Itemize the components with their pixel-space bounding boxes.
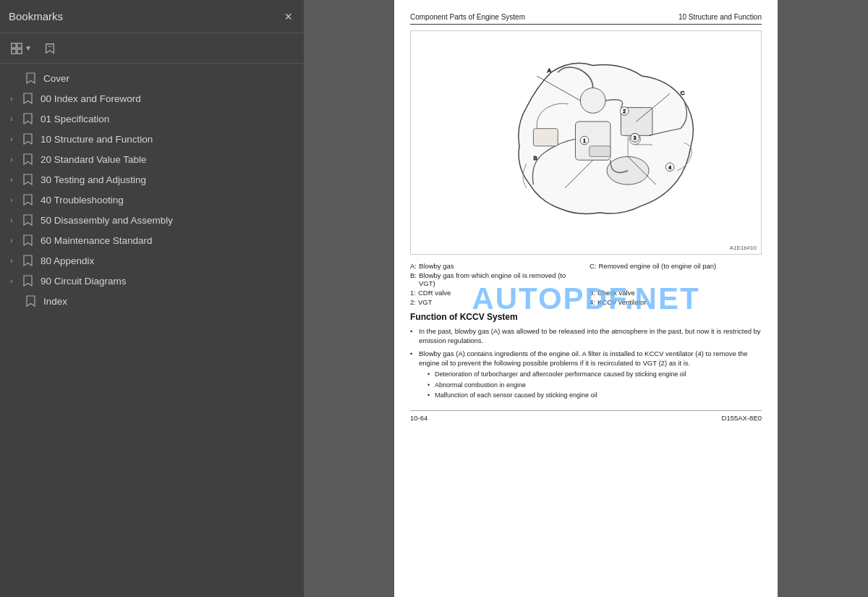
svg-text:C: C (681, 90, 685, 96)
sidebar-item-10[interactable]: ›10 Structure and Function (0, 129, 304, 149)
caption-key: B: (410, 271, 417, 279)
bookmark-icon (23, 153, 35, 165)
expand-arrow-icon: › (10, 256, 20, 265)
sidebar-item-index[interactable]: Index (0, 291, 304, 311)
caption-value: KCCV ventilator (597, 298, 647, 306)
bookmark-label: 10 Structure and Function (41, 134, 153, 145)
bookmark-label: 80 Appendix (41, 255, 94, 266)
sidebar-item-cover[interactable]: Cover (0, 68, 304, 88)
caption-item: 2:VGT (410, 298, 582, 306)
engine-diagram-svg: 1 2 3 4 A B C (411, 31, 761, 254)
caption-item: A:Blowby gas (410, 262, 582, 270)
sidebar-toolbar: ▼ (0, 33, 304, 64)
bookmark-icon (23, 214, 35, 226)
doc-header-right: 10 Structure and Function (678, 13, 762, 21)
svg-rect-0 (12, 43, 16, 47)
caption-grid: A:Blowby gasC:Removed engine oil (to eng… (410, 262, 762, 306)
sidebar-title: Bookmarks (9, 10, 63, 22)
doc-footer: 10-64 D155AX-8E0 (410, 410, 762, 422)
caption-item: C:Removed engine oil (to engine oil pan) (590, 262, 762, 270)
sidebar-item-20[interactable]: ›20 Standard Value Table (0, 149, 304, 169)
bookmark-label: 20 Standard Value Table (41, 154, 147, 165)
sidebar: Bookmarks × ▼ Cover›00 Index and Forewor… (0, 0, 304, 597)
sidebar-item-40[interactable]: ›40 Troubleshooting (0, 190, 304, 210)
bookmark-label: 50 Disassembly and Assembly (41, 215, 173, 226)
bookmark-icon (26, 72, 38, 84)
expand-arrow-icon: › (10, 216, 20, 224)
bookmark-icon (23, 174, 35, 185)
sub-bullet-item: Malfunction of each sensor caused by sti… (427, 391, 762, 400)
caption-key: 2: (410, 298, 416, 306)
expand-arrow-icon: › (10, 114, 20, 123)
sidebar-item-01[interactable]: ›01 Specification (0, 109, 304, 129)
sidebar-item-00[interactable]: ›00 Index and Foreword (0, 88, 304, 109)
expand-arrow-icon: › (10, 155, 20, 164)
bookmark-nav-button[interactable] (41, 41, 59, 56)
caption-value: Removed engine oil (to engine oil pan) (599, 262, 717, 270)
main-area: AUTOPDF.NET Component Parts of Engine Sy… (304, 0, 868, 597)
caption-key: 4: (590, 298, 595, 306)
caption-item: 4:KCCV ventilator (590, 298, 762, 306)
caption-key: 1: (410, 289, 416, 297)
image-code: A1E1b#10 (730, 245, 757, 251)
caption-item: 1:CDR valve (410, 289, 582, 297)
caption-value: VGT (418, 298, 433, 306)
bullet-item: Blowby gas (A) contains ingredients of t… (410, 349, 762, 400)
bookmark-icon (26, 295, 38, 307)
sidebar-item-60[interactable]: ›60 Maintenance Standard (0, 230, 304, 250)
sidebar-item-80[interactable]: ›80 Appendix (0, 250, 304, 271)
caption-empty (590, 271, 762, 287)
bullet-item: In the past, blowby gas (A) was allowed … (410, 326, 762, 346)
bookmark-label: Cover (43, 73, 69, 84)
expand-arrow-icon: › (10, 94, 20, 103)
bookmark-label: 00 Index and Foreword (41, 93, 141, 104)
caption-value: Blowby gas from which engine oil is remo… (419, 271, 582, 287)
caption-key: C: (590, 262, 597, 270)
svg-rect-16 (533, 129, 558, 146)
bookmark-icon (23, 275, 35, 287)
sub-bullet-item: Deterioration of turbocharger and afterc… (427, 370, 762, 379)
sidebar-item-30[interactable]: ›30 Testing and Adjusting (0, 169, 304, 190)
close-button[interactable]: × (281, 9, 295, 25)
caption-key: A: (410, 262, 417, 270)
engine-diagram: 1 2 3 4 A B C A1E1b#10 (410, 30, 762, 255)
caption-value: Check valve (597, 289, 635, 297)
expand-arrow-icon: › (10, 276, 20, 285)
svg-rect-2 (12, 48, 16, 53)
footer-page: 10-64 (410, 414, 427, 422)
sub-bullet-list: Deterioration of turbocharger and afterc… (419, 370, 762, 400)
bookmark-label: 60 Maintenance Standard (41, 235, 153, 246)
caption-item: 3:Check valve (590, 289, 762, 297)
grid-icon (10, 42, 23, 55)
sidebar-content: Cover›00 Index and Foreword›01 Specifica… (0, 64, 304, 597)
svg-rect-14 (590, 146, 610, 157)
footer-model: D155AX-8E0 (722, 414, 762, 422)
svg-point-8 (580, 88, 605, 113)
doc-header-left: Component Parts of Engine System (410, 13, 525, 21)
bookmark-label: 90 Circuit Diagrams (41, 276, 127, 287)
bookmark-icon (23, 194, 35, 206)
svg-text:B: B (533, 155, 537, 161)
svg-text:A: A (548, 67, 552, 74)
caption-item: B:Blowby gas from which engine oil is re… (410, 271, 582, 287)
bookmark-icon (23, 93, 35, 104)
bookmark-label: 30 Testing and Adjusting (41, 174, 146, 185)
svg-rect-3 (17, 48, 22, 53)
section-title: Function of KCCV System (410, 312, 762, 322)
bookmark-icon (23, 133, 35, 145)
bookmark-label: Index (43, 296, 67, 307)
bookmark-icon (43, 42, 56, 55)
expand-arrow-icon: › (10, 195, 20, 204)
expand-arrow-icon: › (10, 236, 20, 245)
grid-view-button[interactable]: ▼ (7, 41, 35, 56)
expand-arrow-icon: › (10, 175, 20, 184)
bookmark-icon (23, 234, 35, 246)
sidebar-item-90[interactable]: ›90 Circuit Diagrams (0, 271, 304, 291)
bookmark-label: 01 Specification (41, 114, 109, 124)
svg-rect-1 (17, 43, 22, 47)
svg-text:2: 2 (623, 109, 626, 114)
sub-bullet-item: Abnormal combustion in engine (427, 381, 762, 390)
sidebar-header: Bookmarks × (0, 0, 304, 33)
sidebar-item-50[interactable]: ›50 Disassembly and Assembly (0, 210, 304, 230)
svg-text:4: 4 (668, 165, 671, 170)
